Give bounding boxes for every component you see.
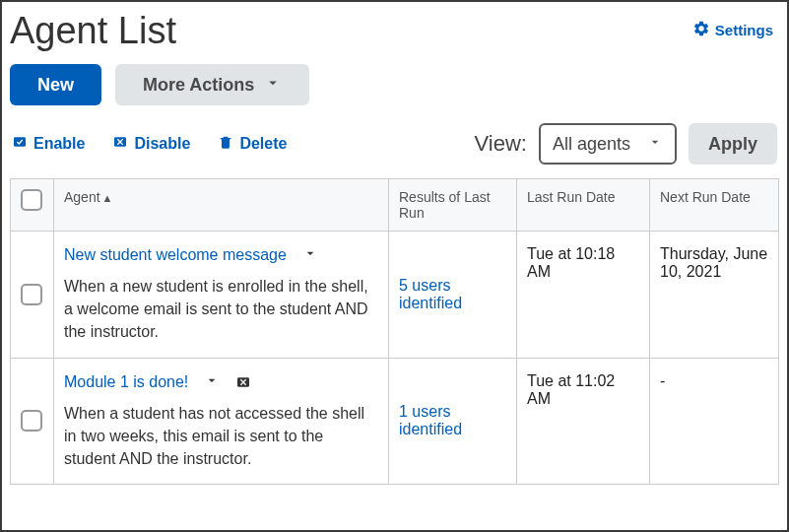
svg-rect-0 bbox=[14, 137, 26, 146]
enable-label: Enable bbox=[33, 135, 85, 153]
settings-link[interactable]: Settings bbox=[692, 20, 773, 40]
col-header-results[interactable]: Results of Last Run bbox=[389, 179, 517, 232]
sort-asc-icon: ▲ bbox=[102, 192, 113, 204]
more-actions-button[interactable]: More Actions bbox=[115, 64, 309, 105]
col-header-next-run[interactable]: Next Run Date bbox=[650, 179, 779, 232]
view-selected-value: All agents bbox=[553, 134, 630, 155]
chevron-down-icon bbox=[647, 134, 663, 155]
agent-name-link[interactable]: Module 1 is done! bbox=[64, 373, 188, 391]
results-link[interactable]: 5 users identified bbox=[399, 277, 462, 311]
disable-icon bbox=[112, 134, 128, 154]
next-run-date: - bbox=[650, 358, 779, 485]
new-button[interactable]: New bbox=[10, 64, 101, 105]
table-row: New student welcome message When a new s… bbox=[11, 232, 779, 359]
disable-action[interactable]: Disable bbox=[112, 134, 190, 154]
gear-icon bbox=[692, 20, 710, 40]
more-actions-label: More Actions bbox=[143, 75, 254, 96]
enable-action[interactable]: Enable bbox=[12, 134, 85, 154]
trash-icon bbox=[218, 134, 233, 154]
page-title: Agent List bbox=[10, 10, 176, 52]
row-menu-chevron-icon[interactable] bbox=[204, 372, 220, 392]
chevron-down-icon bbox=[264, 74, 282, 97]
row-checkbox[interactable] bbox=[21, 284, 42, 305]
apply-button[interactable]: Apply bbox=[689, 123, 777, 165]
agent-description: When a student has not accessed the shel… bbox=[64, 402, 378, 471]
col-header-last-run[interactable]: Last Run Date bbox=[517, 179, 650, 232]
disabled-indicator-icon bbox=[235, 374, 251, 390]
enable-icon bbox=[12, 134, 28, 154]
agent-description: When a new student is enrolled in the sh… bbox=[64, 275, 378, 344]
next-run-date: Thursday, June 10, 2021 bbox=[650, 232, 779, 359]
disable-label: Disable bbox=[134, 135, 190, 153]
select-all-checkbox[interactable] bbox=[21, 189, 42, 211]
last-run-date: Tue at 11:02 AM bbox=[517, 358, 650, 485]
svg-rect-2 bbox=[221, 138, 231, 139]
table-row: Module 1 is done! When a student has not… bbox=[11, 358, 779, 485]
row-menu-chevron-icon[interactable] bbox=[302, 245, 318, 265]
results-link[interactable]: 1 users identified bbox=[399, 403, 462, 437]
row-checkbox[interactable] bbox=[21, 410, 42, 432]
view-label: View: bbox=[475, 131, 527, 157]
view-select[interactable]: All agents bbox=[539, 123, 677, 165]
delete-action[interactable]: Delete bbox=[218, 134, 287, 154]
col-header-agent[interactable]: Agent▲ bbox=[54, 179, 389, 232]
agent-name-link[interactable]: New student welcome message bbox=[64, 246, 287, 264]
delete-label: Delete bbox=[239, 135, 287, 153]
agents-table: Agent▲ Results of Last Run Last Run Date… bbox=[10, 178, 779, 485]
settings-label: Settings bbox=[715, 22, 773, 38]
last-run-date: Tue at 10:18 AM bbox=[517, 232, 650, 359]
